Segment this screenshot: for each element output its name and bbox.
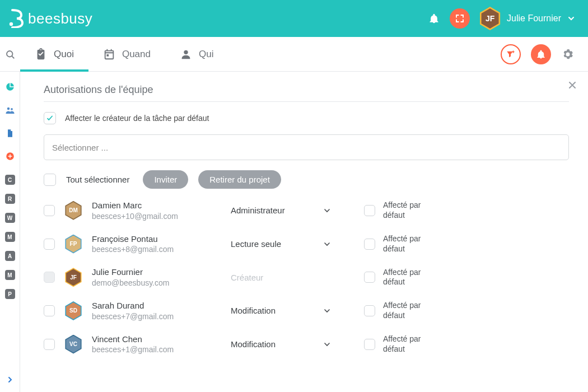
svg-point-4 [7, 108, 10, 110]
fullscreen-button[interactable] [450, 8, 470, 29]
member-role-select[interactable]: Modification [231, 306, 332, 315]
member-role-select[interactable]: Modification [231, 339, 332, 349]
member-email: beesces+8@gmail.com [92, 244, 221, 254]
rail-project-badge[interactable]: M [5, 232, 15, 242]
rail-project-badge[interactable]: P [5, 289, 15, 299]
member-select-checkbox [44, 272, 55, 283]
rail-add[interactable] [0, 151, 20, 161]
bell-icon [536, 49, 546, 59]
default-assign-checkbox[interactable] [44, 112, 56, 124]
view-tabs: Quoi Quand Qui [20, 37, 228, 71]
member-assign-label: Affecté par défaut [383, 301, 433, 320]
user-menu-toggle[interactable] [567, 14, 576, 23]
member-role-label: Administrateur [231, 206, 285, 215]
member-assign-checkbox[interactable] [364, 272, 375, 283]
rail-dashboard[interactable] [0, 82, 20, 92]
person-icon [180, 48, 192, 60]
panel-close-button[interactable] [567, 80, 578, 91]
notifications-bell-icon[interactable] [424, 8, 444, 29]
tab-quoi[interactable]: Quoi [20, 37, 88, 71]
rail-project-badge[interactable]: R [5, 194, 15, 204]
search-button[interactable] [0, 37, 20, 71]
alerts-button[interactable] [531, 44, 551, 64]
settings-button[interactable] [561, 48, 575, 61]
select-all-checkbox[interactable] [44, 174, 56, 186]
default-assign-label: Affecter le créateur de la tâche par déf… [65, 114, 209, 123]
member-assign-label: Affecté par défaut [383, 334, 433, 354]
member-assign-default: Affecté par défaut [364, 200, 433, 220]
fullscreen-icon [455, 13, 465, 24]
member-role-label: Modification [231, 339, 276, 349]
left-rail: CRWMAMP [0, 72, 20, 392]
add-filter-button[interactable] [501, 44, 521, 64]
top-bar: beesbusy JF Julie Fournier [0, 0, 588, 37]
chevron-down-icon [567, 14, 576, 23]
member-avatar: FP [65, 236, 82, 253]
clipboard-check-icon [35, 48, 47, 60]
rail-project-badge[interactable]: W [5, 213, 15, 223]
member-avatar: JF [65, 269, 82, 286]
rail-project-badge[interactable]: M [5, 270, 15, 280]
rail-project-badge[interactable]: A [5, 251, 15, 261]
member-select-input[interactable]: Sélectionner ... [44, 134, 569, 160]
member-assign-default: Affecté par défaut [364, 301, 433, 320]
member-assign-label: Affecté par défaut [383, 200, 433, 220]
check-icon [46, 114, 54, 122]
member-row: JFJulie Fournierdemo@beesbusy.comCréateu… [44, 267, 569, 288]
tab-quand-label: Quand [122, 49, 151, 60]
member-role-select[interactable]: Lecture seule [231, 239, 332, 249]
member-info: Sarah Durandbeesces+7@gmail.com [92, 300, 221, 321]
permissions-panel: Autorisations de l'équipe Affecter le cr… [20, 72, 588, 392]
member-assign-checkbox[interactable] [364, 239, 375, 250]
gear-icon [561, 48, 575, 61]
member-select-checkbox[interactable] [44, 205, 55, 216]
select-all-label: Tout sélectionner [66, 175, 129, 184]
pie-chart-icon [5, 82, 15, 92]
member-row: SDSarah Durandbeesces+7@gmail.comModific… [44, 300, 569, 321]
document-icon [6, 129, 15, 138]
member-select-placeholder: Sélectionner ... [52, 143, 108, 152]
member-assign-default: Affecté par défaut [364, 268, 433, 287]
member-role-label: Créateur [231, 273, 263, 282]
rail-team[interactable] [0, 105, 20, 115]
member-assign-checkbox[interactable] [364, 205, 375, 216]
member-select-checkbox[interactable] [44, 239, 55, 250]
member-email: beesces+1@gmail.com [92, 344, 221, 354]
member-assign-default: Affecté par défaut [364, 334, 433, 354]
member-role-label: Modification [231, 306, 276, 315]
tab-quand[interactable]: Quand [88, 37, 165, 71]
tab-qui-label: Qui [199, 49, 213, 60]
member-assign-label: Affecté par défaut [383, 234, 433, 254]
invite-button[interactable]: Inviter [143, 170, 188, 189]
rail-expand[interactable] [6, 375, 15, 392]
member-assign-checkbox[interactable] [364, 339, 375, 350]
member-assign-default: Affecté par défaut [364, 234, 433, 254]
member-info: Françoise Pontaubeesces+8@gmail.com [92, 234, 221, 255]
close-icon [567, 80, 578, 91]
member-assign-label: Affecté par défaut [383, 268, 433, 287]
member-name: Damien Marc [92, 200, 221, 211]
panel-title: Autorisations de l'équipe [44, 84, 569, 102]
svg-point-5 [11, 108, 13, 110]
action-icons [501, 37, 588, 71]
member-info: Vincent Chenbeesces+1@gmail.com [92, 334, 221, 355]
brand-logo-icon [8, 9, 25, 28]
member-select-checkbox[interactable] [44, 305, 55, 316]
members-list: DMDamien Marcbeesces+10@gmail.comAdminis… [44, 200, 569, 354]
member-assign-checkbox[interactable] [364, 305, 375, 316]
member-info: Julie Fournierdemo@beesbusy.com [92, 267, 221, 288]
tab-qui[interactable]: Qui [165, 37, 228, 71]
member-role-select: Créateur [231, 273, 332, 282]
rail-project-badge[interactable]: C [5, 175, 15, 185]
brand-logo[interactable]: beesbusy [8, 9, 92, 28]
remove-button[interactable]: Retirer du projet [198, 170, 281, 189]
member-select-checkbox[interactable] [44, 339, 55, 350]
chevron-down-icon [323, 306, 332, 315]
svg-rect-2 [106, 54, 109, 57]
member-name: Françoise Pontau [92, 234, 221, 245]
member-email: demo@beesbusy.com [92, 278, 221, 288]
member-avatar: DM [65, 202, 82, 219]
user-avatar[interactable]: JF [480, 8, 500, 29]
rail-docs[interactable] [0, 129, 20, 138]
member-role-select[interactable]: Administrateur [231, 206, 332, 215]
